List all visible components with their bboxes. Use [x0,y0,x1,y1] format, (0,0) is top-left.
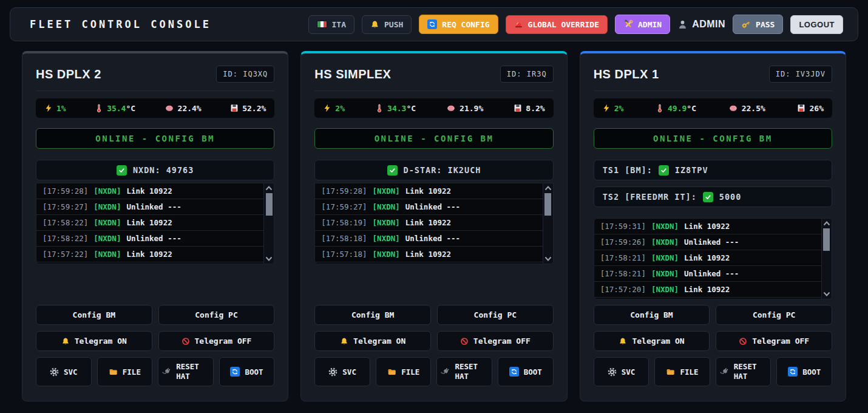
log-scrollbar[interactable] [263,183,274,264]
log-row: [17:59:28][NXDN]Link 10922 [315,183,552,199]
thermometer-icon [375,103,384,113]
cpu-stat: 22.4% [164,104,202,113]
log-row: [17:58:22][NXDN]Unlinked --- [36,231,274,247]
svc-button[interactable]: SVC [314,357,370,386]
key-icon [741,19,751,29]
file-button[interactable]: FILE [376,357,432,386]
log-row: [17:57:22][NXDN]Link 10922 [36,247,274,262]
bell-icon [619,337,627,346]
panel-actions: Config BM Config PC Telegram ON Telegram… [36,305,274,386]
scroll-up-icon[interactable] [544,186,552,191]
telegram-on-button[interactable]: Telegram ON [594,331,710,351]
logout-button[interactable]: LOGOUT [790,15,843,34]
power-stat: 2% [602,104,624,113]
divider [594,90,832,91]
check-icon [387,165,398,176]
svc-button[interactable]: SVC [594,357,649,386]
scroll-down-icon[interactable] [823,292,830,296]
push-button[interactable]: PUSH [362,15,412,34]
ts2-status-box: TS2 [FREEDMR IT]: 5000 [594,186,832,207]
refresh-icon [788,367,798,377]
log-row: [17:58:19][NXDN]Link 10922 [315,215,552,231]
refresh-icon [427,19,437,29]
log-row: [17:58:22][NXDN]Link 10922 [36,215,274,231]
log-scrollbar[interactable] [543,183,553,264]
floppy-icon [230,104,239,112]
current-user-label: ADMIN [692,19,725,30]
config-bm-button[interactable]: Config BM [314,305,431,325]
log-row: [17:58:21][NXDN]Unlinked --- [594,266,832,282]
cpu-stat: 21.9% [446,104,483,113]
divider [36,90,274,91]
thermometer-icon [656,103,664,113]
config-bm-button[interactable]: Config BM [36,305,152,325]
file-button[interactable]: FILE [97,357,153,386]
boot-button[interactable]: BOOT [776,357,832,386]
telegram-off-button[interactable]: Telegram OFF [716,331,832,351]
scroll-down-icon[interactable] [265,256,273,261]
link-status-box: NXDN: 49763 [36,160,274,180]
telegram-on-button[interactable]: Telegram ON [314,331,431,351]
req-config-button[interactable]: REQ CONFIG [419,15,498,34]
scroll-up-icon[interactable] [823,221,830,226]
config-pc-button[interactable]: Config PC [158,305,275,325]
log-scrollbar[interactable] [821,219,832,299]
svc-button[interactable]: SVC [36,357,92,386]
brain-icon [728,104,738,112]
log-viewer: [17:59:31][NXDN]Link 10922 [17:59:26][NX… [594,218,832,299]
boot-button[interactable]: BOOT [219,357,275,386]
boot-button[interactable]: BOOT [498,357,554,386]
reset-hat-button[interactable]: RESET HAT [158,357,214,386]
status-banner: ONLINE - CONFIG BM [36,128,274,149]
power-stat: 1% [44,104,66,113]
disk-stat: 8.2% [514,104,544,113]
log-viewer: [17:59:28][NXDN]Link 10922 [17:59:27][NX… [314,183,553,264]
no-entry-icon [460,337,469,346]
ts2-value: 5000 [719,192,742,202]
panel-title: HS DPLX 2 [36,67,101,81]
stats-bar: 2% 49.9°C 22.5% 26% [594,98,832,118]
config-bm-button[interactable]: Config BM [594,305,710,325]
log-row: [17:59:27][NXDN]Unlinked --- [315,199,552,215]
scroll-up-icon[interactable] [265,186,273,191]
lightning-icon [323,104,331,112]
log-row: [17:59:26][NXDN]Unlinked --- [594,234,832,250]
brain-icon [446,104,456,112]
config-pc-button[interactable]: Config PC [716,305,832,325]
log-row: [17:58:21][NXDN]Link 10922 [594,250,832,266]
panel-title: HS SIMPLEX [314,67,391,81]
floppy-icon [514,104,522,112]
plug-icon [441,367,450,377]
scrollbar-thumb[interactable] [823,228,830,251]
log-row: [17:57:20][NXDN]Link 10922 [594,282,832,298]
lightning-icon [602,104,611,112]
person-icon [677,19,688,30]
gear-icon [328,367,337,377]
log-row: [17:58:18][NXDN]Unlinked --- [315,231,552,247]
language-button[interactable]: ITA [308,15,354,34]
reset-hat-button[interactable]: RESET HAT [436,357,492,386]
stats-bar: 2% 34.3°C 21.9% 8.2% [314,98,553,118]
scroll-down-icon[interactable] [544,256,552,261]
telegram-off-button[interactable]: Telegram OFF [158,331,275,351]
global-override-button[interactable]: GLOBAL OVERRIDE [506,15,608,34]
file-button[interactable]: FILE [654,357,710,386]
divider [314,90,553,91]
push-label: PUSH [384,20,403,29]
ts1-status-box: TS1 [BM]: IZ8TPV [594,160,832,180]
reset-hat-button[interactable]: RESET HAT [716,357,771,386]
telegram-on-button[interactable]: Telegram ON [36,331,152,351]
device-id-badge: ID: IR3Q [500,66,554,83]
telegram-off-button[interactable]: Telegram OFF [437,331,554,351]
app-title: FLEET CONTROL CONSOLE [30,18,211,30]
scrollbar-thumb[interactable] [266,193,273,216]
scrollbar-thumb[interactable] [544,193,551,216]
log-viewer: [17:59:28][NXDN]Link 10922 [17:59:27][NX… [36,183,274,264]
config-pc-button[interactable]: Config PC [437,305,554,325]
panel-actions: Config BM Config PC Telegram ON Telegram… [314,305,553,386]
gear-icon [50,367,59,377]
admin-button[interactable]: ADMIN [615,15,670,34]
bell-icon [340,337,348,346]
refresh-icon [230,367,240,377]
pass-button[interactable]: PASS [733,15,783,34]
